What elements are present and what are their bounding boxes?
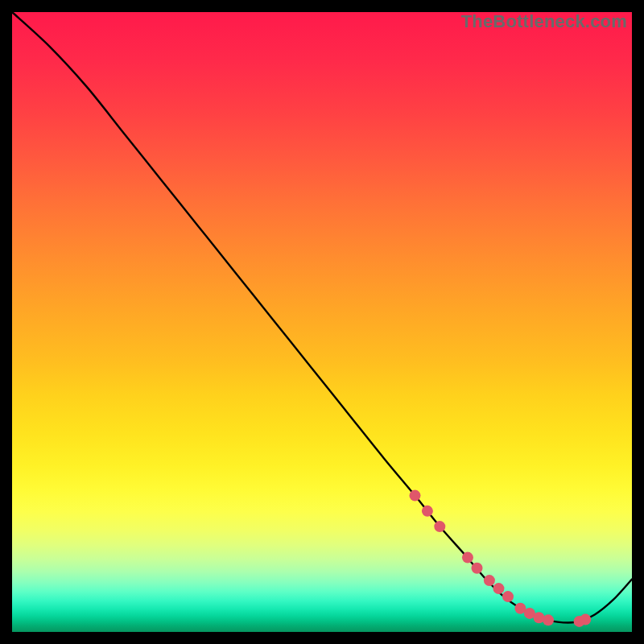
- highlight-dot: [543, 614, 554, 625]
- highlight-dot: [410, 490, 421, 502]
- chart-frame: TheBottleneck.com: [12, 12, 632, 632]
- highlight-dot: [580, 614, 591, 625]
- highlight-dots-group: [410, 490, 592, 627]
- highlight-dot: [493, 583, 504, 594]
- bottleneck-chart: [12, 12, 632, 632]
- highlight-dot: [462, 552, 473, 564]
- bottleneck-curve-path: [12, 12, 632, 623]
- highlight-dot: [434, 521, 445, 532]
- highlight-dot: [484, 575, 495, 586]
- highlight-dot: [472, 563, 483, 574]
- highlight-dot: [422, 506, 433, 517]
- highlight-dot: [502, 591, 514, 602]
